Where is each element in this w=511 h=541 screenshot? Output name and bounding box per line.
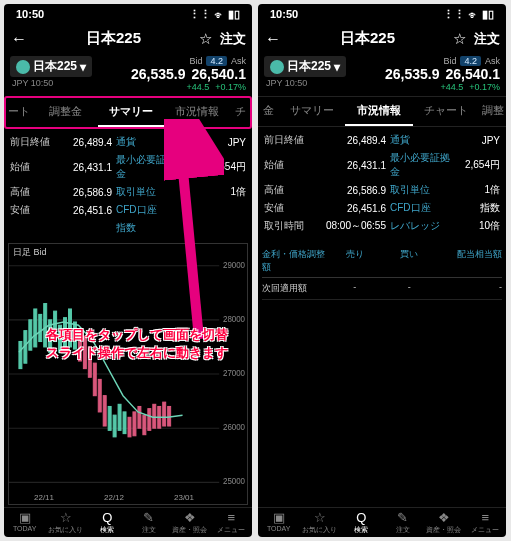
svg-rect-31 <box>123 412 126 434</box>
adj-cell: - <box>437 282 502 295</box>
nav-today[interactable]: ▣TODAY <box>258 511 299 535</box>
row-label: 高値 <box>10 185 54 199</box>
nav-today[interactable]: ▣TODAY <box>4 511 45 535</box>
nav-order[interactable]: ✎注文 <box>128 511 169 535</box>
phone-right: 10:50 ⋮⋮ ᯤ ▮▯ ← 日本225 ☆ 注文 日本225 ▾ JPY 1… <box>258 4 506 537</box>
star-icon: ☆ <box>60 511 72 524</box>
svg-rect-27 <box>103 396 106 426</box>
row-label: 始値 <box>264 158 312 172</box>
favorite-star[interactable]: ☆ <box>199 30 212 48</box>
ticker-select[interactable]: 日本225 ▾ <box>10 56 92 77</box>
tab-edge-right[interactable]: 調整 <box>480 97 506 126</box>
adj-header-2: 売り <box>327 248 382 274</box>
row-label: 安値 <box>10 203 54 217</box>
x-tick: 22/11 <box>34 493 54 502</box>
svg-rect-35 <box>143 415 146 435</box>
bid-label: Bid <box>443 56 456 66</box>
bottom-nav: ▣TODAY ☆お気に入り Q検索 ✎注文 ❖資産・照会 ≡メニュー <box>258 507 506 537</box>
adj-header-4: 配当相当額 <box>437 248 502 274</box>
tab-market-info[interactable]: 市況情報 <box>164 98 230 127</box>
status-icons: ⋮⋮ ᯤ ▮▯ <box>443 8 494 21</box>
nav-favorites[interactable]: ☆お気に入り <box>45 511 86 535</box>
adj-cell: - <box>327 282 382 295</box>
svg-rect-30 <box>118 404 121 430</box>
ticker-select[interactable]: 日本225 ▾ <box>264 56 346 77</box>
bid-price[interactable]: 26,535.9 <box>385 66 440 82</box>
status-icons: ⋮⋮ ᯤ ▮▯ <box>189 8 240 21</box>
edit-icon: ✎ <box>143 511 154 524</box>
row-label2: 最小必要証拠金 <box>116 153 180 181</box>
star-icon: ☆ <box>314 511 326 524</box>
status-time: 10:50 <box>16 8 44 21</box>
tab-edge-left[interactable]: ート <box>6 98 32 127</box>
svg-rect-12 <box>29 320 32 350</box>
tab-adjustment[interactable]: 調整金 <box>32 98 98 127</box>
svg-rect-13 <box>34 309 37 347</box>
ask-price[interactable]: 26,540.1 <box>192 66 247 82</box>
nav-favorites[interactable]: ☆お気に入り <box>299 511 340 535</box>
row-value: 26,489.4 <box>54 137 116 148</box>
svg-rect-39 <box>163 402 166 426</box>
svg-text:27000: 27000 <box>223 368 245 378</box>
summary-grid: 前日終値 26,489.4 通貨 JPY 始値 26,431.1 最小必要証拠金… <box>4 129 252 239</box>
nav-search[interactable]: Q検索 <box>87 511 128 535</box>
adj-header-1: 金利・価格調整額 <box>262 248 327 274</box>
battery-icon: ▮▯ <box>482 8 494 21</box>
svg-rect-37 <box>153 404 156 428</box>
nav-menu[interactable]: ≡メニュー <box>465 511 506 535</box>
row-value2: 1倍 <box>180 185 246 199</box>
change-pct: +0.17% <box>215 82 246 92</box>
chart[interactable]: 日足 Bid 29000 28000 27000 26000 25000 <box>8 243 248 505</box>
tab-edge-left[interactable]: 金 <box>258 97 278 126</box>
ticker-subtitle: JPY 10:50 <box>10 78 92 88</box>
row-value2: 2,654円 <box>180 160 246 174</box>
tab-summary[interactable]: サマリー <box>278 97 345 126</box>
menu-icon: ≡ <box>228 511 236 524</box>
status-bar: 10:50 ⋮⋮ ᯤ ▮▯ <box>4 4 252 23</box>
adjustment-table: 金利・価格調整額 売り 買い 配当相当額 次回適用額 - - - <box>262 245 502 300</box>
back-button[interactable]: ← <box>10 30 28 48</box>
assets-icon: ❖ <box>184 511 196 524</box>
svg-rect-28 <box>108 407 111 431</box>
row-value2: 1倍 <box>452 183 500 197</box>
nav-assets[interactable]: ❖資産・照会 <box>423 511 464 535</box>
bid-price[interactable]: 26,535.9 <box>131 66 186 82</box>
row-label2: 通貨 <box>116 135 180 149</box>
ask-price[interactable]: 26,540.1 <box>446 66 501 82</box>
market-grid: 前日終値 26,489.4 通貨 JPY 始値 26,431.1 最小必要証拠金… <box>258 127 506 237</box>
ask-label: Ask <box>485 56 500 66</box>
tab-market-info[interactable]: 市況情報 <box>345 97 412 126</box>
row-label: 前日終値 <box>264 133 312 147</box>
favorite-star[interactable]: ☆ <box>453 30 466 48</box>
chart-title: 日足 Bid <box>13 246 47 259</box>
title-bar: ← 日本225 ☆ 注文 <box>4 23 252 54</box>
today-icon: ▣ <box>19 511 31 524</box>
order-button[interactable]: 注文 <box>218 30 246 48</box>
svg-rect-36 <box>148 409 151 431</box>
row-label: 安値 <box>264 201 312 215</box>
tab-chart[interactable]: チャート <box>413 97 480 126</box>
back-button[interactable]: ← <box>264 30 282 48</box>
svg-rect-26 <box>98 379 101 412</box>
nav-menu[interactable]: ≡メニュー <box>211 511 252 535</box>
row-value: 26,431.1 <box>312 160 390 171</box>
tab-summary[interactable]: サマリー <box>98 98 164 127</box>
annotation-line1: 各項目をタップして画面を切替 <box>46 326 228 344</box>
order-button[interactable]: 注文 <box>472 30 500 48</box>
row-value: 08:00～06:55 <box>312 219 390 233</box>
chart-svg: 29000 28000 27000 26000 25000 <box>9 244 247 504</box>
signal-icon: ⋮⋮ <box>443 8 465 21</box>
x-tick: 23/01 <box>174 493 194 502</box>
svg-text:26000: 26000 <box>223 422 245 432</box>
nav-search[interactable]: Q検索 <box>341 511 382 535</box>
change-pct: +0.17% <box>469 82 500 92</box>
change-abs: +44.5 <box>440 82 463 92</box>
empty-area <box>258 300 506 507</box>
nav-order[interactable]: ✎注文 <box>382 511 423 535</box>
ticker-row: 日本225 ▾ JPY 10:50 Bid 4.2 Ask 26,535.9 2… <box>4 54 252 96</box>
adj-cell: - <box>382 282 437 295</box>
nav-assets[interactable]: ❖資産・照会 <box>169 511 210 535</box>
tab-edge-right[interactable]: チ <box>230 98 250 127</box>
page-title: 日本225 <box>288 29 447 48</box>
change-abs: +44.5 <box>186 82 209 92</box>
